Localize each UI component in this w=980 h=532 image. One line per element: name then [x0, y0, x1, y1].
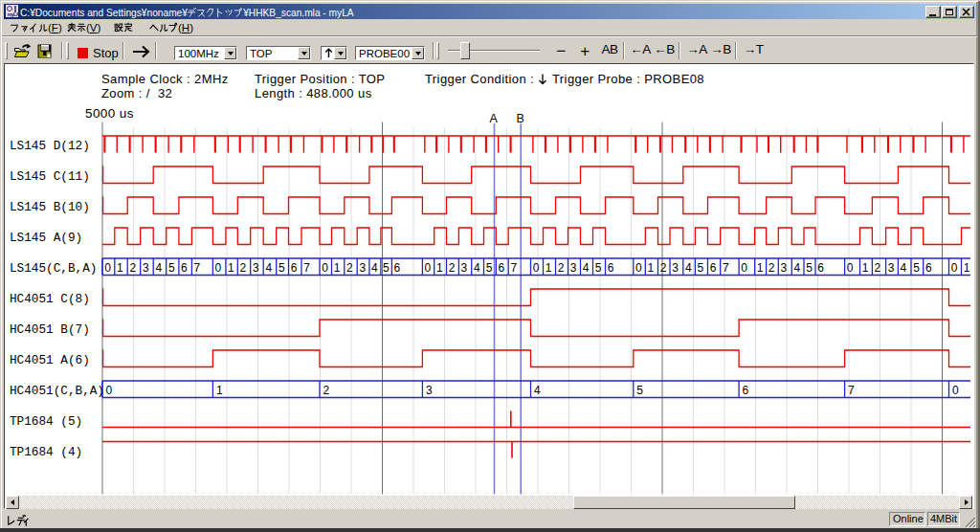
svg-text:1: 1	[757, 261, 764, 275]
svg-text:B: B	[517, 112, 524, 125]
svg-text:5: 5	[278, 261, 285, 275]
svg-text:7: 7	[510, 261, 517, 275]
svg-text:5000 us: 5000 us	[85, 106, 134, 121]
svg-text:6: 6	[710, 261, 717, 275]
svg-text:6: 6	[394, 261, 401, 275]
svg-text:HC4051 B(7): HC4051 B(7)	[10, 322, 90, 337]
svg-text:4: 4	[901, 261, 907, 275]
svg-text:0: 0	[322, 261, 328, 275]
svg-text:6: 6	[499, 261, 505, 275]
svg-text:2: 2	[346, 261, 353, 275]
svg-text:4: 4	[371, 261, 378, 275]
svg-text:3: 3	[672, 261, 679, 275]
svg-text:6: 6	[743, 384, 749, 397]
svg-text:2: 2	[875, 261, 881, 275]
svg-text:1: 1	[862, 261, 869, 275]
svg-text:0: 0	[533, 261, 540, 275]
svg-text:0: 0	[106, 384, 113, 397]
svg-text:4: 4	[685, 261, 692, 275]
svg-text:6: 6	[925, 261, 932, 275]
svg-text:4: 4	[474, 261, 480, 275]
svg-text:A: A	[490, 112, 499, 125]
svg-text:5: 5	[698, 261, 704, 275]
svg-text:2: 2	[768, 261, 775, 275]
svg-text:0: 0	[425, 261, 432, 275]
svg-text:0: 0	[104, 261, 111, 275]
svg-text:2: 2	[240, 261, 247, 275]
svg-text:4: 4	[794, 261, 801, 275]
svg-text:1: 1	[546, 261, 552, 275]
svg-text:5: 5	[383, 261, 390, 275]
svg-text:6: 6	[181, 261, 188, 275]
svg-text:3: 3	[426, 384, 433, 397]
svg-text:2: 2	[449, 261, 456, 275]
svg-text:1: 1	[117, 261, 123, 275]
svg-text:0: 0	[741, 261, 747, 275]
svg-text:2: 2	[129, 261, 136, 275]
svg-text:6: 6	[817, 261, 824, 275]
svg-text:TP1684 (4): TP1684 (4)	[10, 445, 82, 459]
svg-text:3: 3	[143, 261, 149, 275]
svg-text:4: 4	[155, 261, 162, 275]
svg-text:1: 1	[216, 384, 223, 397]
svg-text:7: 7	[303, 261, 310, 275]
svg-text:LS145 C(11): LS145 C(11)	[10, 169, 90, 184]
svg-text:5: 5	[806, 261, 813, 275]
svg-text:5: 5	[636, 384, 643, 397]
svg-text:7: 7	[848, 384, 855, 397]
svg-text:1: 1	[334, 261, 341, 275]
svg-text:1: 1	[964, 261, 970, 275]
svg-text:HC4051 C(8): HC4051 C(8)	[10, 292, 90, 306]
svg-text:TP1684 (5): TP1684 (5)	[10, 414, 82, 429]
svg-text:7: 7	[194, 261, 201, 275]
svg-text:LS145 B(10): LS145 B(10)	[10, 200, 90, 214]
svg-text:LS145(C,B,A): LS145(C,B,A)	[10, 261, 97, 276]
svg-text:5: 5	[595, 261, 602, 275]
svg-text:1: 1	[436, 261, 443, 275]
svg-text:1: 1	[648, 261, 655, 275]
svg-text:3: 3	[359, 261, 366, 275]
svg-text:5: 5	[486, 261, 493, 275]
svg-text:0: 0	[952, 384, 959, 397]
svg-text:0: 0	[951, 261, 958, 275]
svg-text:0: 0	[847, 261, 854, 275]
svg-text:3: 3	[253, 261, 259, 275]
svg-text:HC4051(C,B,A): HC4051(C,B,A)	[10, 384, 104, 398]
svg-text:5: 5	[168, 261, 175, 275]
svg-text:LS145 D(12): LS145 D(12)	[10, 139, 90, 153]
svg-text:3: 3	[570, 261, 577, 275]
svg-text:4: 4	[265, 261, 272, 275]
svg-text:6: 6	[608, 261, 614, 275]
svg-text:LS145 A(9): LS145 A(9)	[10, 231, 82, 245]
svg-text:6: 6	[291, 261, 298, 275]
svg-text:5: 5	[913, 261, 920, 275]
svg-text:2: 2	[660, 261, 667, 275]
svg-text:1: 1	[228, 261, 234, 275]
svg-text:4: 4	[534, 384, 541, 397]
svg-text:3: 3	[888, 261, 895, 275]
svg-text:3: 3	[461, 261, 468, 275]
svg-text:0: 0	[215, 261, 222, 275]
svg-text:4: 4	[583, 261, 590, 275]
svg-text:0: 0	[635, 261, 642, 275]
svg-text:2: 2	[558, 261, 565, 275]
svg-text:3: 3	[781, 261, 788, 275]
svg-text:HC4051 A(6): HC4051 A(6)	[10, 353, 90, 367]
svg-text:2: 2	[323, 384, 330, 397]
svg-text:7: 7	[723, 261, 729, 275]
